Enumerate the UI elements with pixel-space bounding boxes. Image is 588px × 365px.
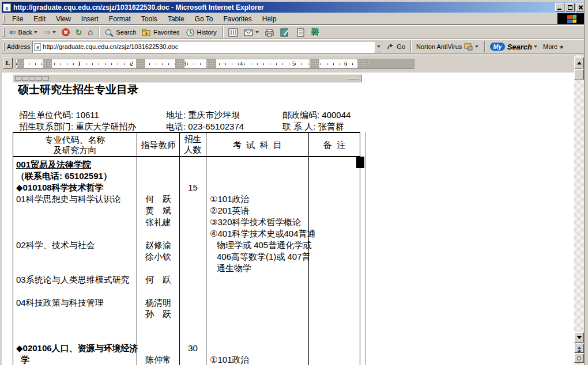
view-button[interactable] xyxy=(15,76,21,81)
menu-format[interactable]: Format xyxy=(104,14,136,24)
menu-edit[interactable]: Edit xyxy=(28,14,51,24)
ruler-column-marker[interactable] xyxy=(136,59,145,68)
edit-button[interactable] xyxy=(278,27,292,38)
norton-antivirus-button[interactable]: Norton AntiVirus xyxy=(414,41,481,52)
window-right-border xyxy=(584,0,588,365)
menu-table[interactable]: Table xyxy=(163,14,190,24)
forward-dropdown-icon[interactable] xyxy=(52,31,56,35)
more-chevron-icon: » xyxy=(557,43,564,50)
doc-heading: 硕士研究生招生专业目录 xyxy=(18,84,138,95)
minimize-button[interactable] xyxy=(555,3,564,12)
menu-bar: File Edit View Insert Format Tools Table… xyxy=(2,13,586,25)
toolbar-separator xyxy=(223,26,224,38)
th-major-code: 专业代码、名称 xyxy=(13,134,137,145)
refresh-button[interactable]: ↻ xyxy=(73,27,85,37)
back-dropdown-icon[interactable] xyxy=(34,31,37,35)
address-input[interactable]: e http://graduate.cqu.edu.cn/zsjz/103162… xyxy=(32,41,384,53)
mail-dropdown-icon[interactable] xyxy=(255,31,259,35)
ruler-number: 4 xyxy=(240,60,243,67)
th-exam-subjects: 考 试 科 目 xyxy=(206,139,308,150)
cell-major1: ◆010108科学技术哲学 xyxy=(16,182,104,193)
cell-exam4a: ④401科学技术史或404普通 xyxy=(210,228,316,239)
ruler-column-marker[interactable] xyxy=(43,59,52,68)
mail-button[interactable] xyxy=(242,27,261,38)
ruler-number: 5 xyxy=(292,60,295,67)
address-dropdown-button[interactable] xyxy=(374,41,383,52)
norton-dropdown-icon[interactable] xyxy=(475,45,478,50)
cell-dept-phone: （联系电话: 65102591） xyxy=(16,170,112,181)
fullscreen-button[interactable] xyxy=(226,27,240,38)
cell-teacher: 孙 跃 xyxy=(137,309,179,320)
menu-tools[interactable]: Tools xyxy=(136,14,163,24)
mysearch-dropdown-icon[interactable] xyxy=(534,45,537,50)
mysearch-my-logo: My xyxy=(490,43,504,51)
ruler-number: 1 xyxy=(78,60,81,67)
scrollbar-thumb[interactable] xyxy=(574,69,584,79)
mysearch-button[interactable]: My Search xyxy=(488,41,540,52)
cell-teacher: 张礼建 xyxy=(137,216,179,227)
back-button[interactable]: ⇐ Back xyxy=(7,27,40,37)
addressbar-separator xyxy=(410,41,412,52)
toolbar-gripper[interactable] xyxy=(3,28,5,36)
ruler-column-marker[interactable] xyxy=(17,59,24,68)
view-button[interactable] xyxy=(36,76,42,81)
menu-help[interactable]: Help xyxy=(257,14,282,24)
home-button[interactable]: ⌂ xyxy=(85,27,95,37)
search-button[interactable]: Search xyxy=(102,27,138,38)
addressbar-gripper[interactable] xyxy=(3,42,5,52)
cell-exam4d: 通生物学 xyxy=(217,263,251,273)
ruler-column-marker[interactable] xyxy=(206,59,216,68)
info-contact-dept: 招生联系部门: 重庆大学研招办 xyxy=(19,121,136,132)
cell-teacher: 陈仲常 xyxy=(137,354,179,365)
back-arrow-icon: ⇐ xyxy=(9,28,17,36)
select-browse-object-button[interactable] xyxy=(574,353,584,363)
menu-view[interactable]: View xyxy=(51,14,76,24)
stop-icon xyxy=(62,28,70,36)
standard-toolbar: ⇐ Back ⇒ ↻ ⌂ Search ★ Favorites History xyxy=(2,25,586,39)
window-title: http://graduate.cqu.edu.cn/zsjz/10316225… xyxy=(13,3,553,12)
history-button[interactable]: History xyxy=(183,27,219,38)
scroll-up-button[interactable] xyxy=(574,57,584,69)
toolbar-separator xyxy=(99,26,100,38)
browser-window: e http://graduate.cqu.edu.cn/zsjz/103162… xyxy=(0,0,588,365)
title-bar[interactable]: e http://graduate.cqu.edu.cn/zsjz/103162… xyxy=(2,2,586,13)
tab-stop-selector[interactable]: L xyxy=(3,58,13,69)
view-toolbar xyxy=(13,74,362,82)
scroll-down-button[interactable] xyxy=(574,332,584,343)
go-icon xyxy=(387,43,395,51)
info-unit-code: 招生单位代码: 10611 xyxy=(19,109,99,120)
menu-insert[interactable]: Insert xyxy=(76,14,104,24)
view-button[interactable] xyxy=(29,76,35,81)
menu-file[interactable]: File xyxy=(7,14,28,24)
ruler-column-marker[interactable] xyxy=(310,59,319,68)
favorites-button[interactable]: ★ Favorites xyxy=(140,27,182,38)
go-label: Go xyxy=(397,43,405,50)
fullscreen-icon xyxy=(228,28,238,37)
previous-page-button[interactable] xyxy=(574,344,584,353)
vertical-scrollbar[interactable] xyxy=(574,55,584,365)
menu-favorites[interactable]: Favorites xyxy=(218,14,257,24)
view-button[interactable] xyxy=(22,76,28,81)
scroll-handle[interactable] xyxy=(348,78,359,79)
forward-button[interactable]: ⇒ xyxy=(41,27,58,37)
th-remarks: 备 注 xyxy=(309,139,360,150)
th-research-direction: 及研究方向 xyxy=(13,145,137,155)
go-button[interactable]: Go xyxy=(384,43,408,51)
cell-exam4b: 物理学或 405普通化学或 xyxy=(217,239,311,250)
horizontal-ruler[interactable]: 1 2 3 4 5 6 7 xyxy=(16,59,414,69)
chinese-plugin-icon: 碧 xyxy=(311,27,319,37)
stop-button[interactable] xyxy=(59,27,72,37)
up-arrow-icon xyxy=(577,59,582,64)
view-button[interactable] xyxy=(43,76,49,81)
chinese-plugin-button[interactable]: 碧 xyxy=(309,26,322,39)
menu-goto[interactable]: Go To xyxy=(190,14,218,24)
print-button[interactable] xyxy=(262,27,277,38)
selection-marker xyxy=(356,157,364,168)
ruler-column-marker[interactable] xyxy=(175,59,184,68)
ruler-column-marker[interactable] xyxy=(357,59,370,68)
more-button[interactable]: More » xyxy=(541,42,565,51)
discuss-button[interactable] xyxy=(293,27,308,38)
ruler-margin-area xyxy=(370,59,414,68)
menu-gripper[interactable] xyxy=(3,15,5,22)
maximize-button[interactable] xyxy=(566,3,575,12)
